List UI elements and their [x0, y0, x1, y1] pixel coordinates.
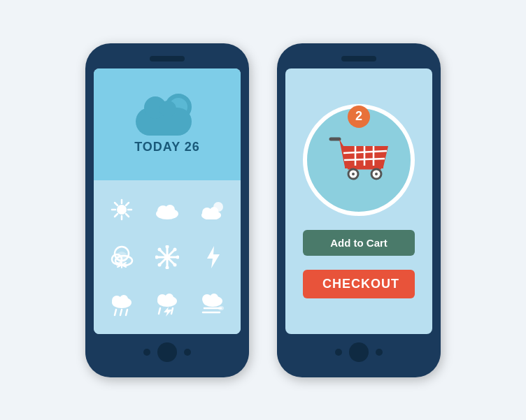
svg-point-30: [165, 266, 169, 269]
partly-cloudy-icon: [200, 200, 225, 219]
cart-phone-speaker: [341, 56, 376, 61]
cart-phone: 2: [277, 43, 441, 377]
phone-dot-small: [143, 349, 150, 356]
svg-point-40: [120, 295, 128, 303]
svg-point-55: [218, 306, 224, 310]
svg-point-0: [117, 205, 127, 215]
phone-speaker: [150, 56, 185, 61]
cart-phone-bottom: [335, 342, 383, 362]
svg-point-15: [210, 207, 218, 215]
weather-cell-snow-light: [99, 233, 145, 281]
cloud-grid-icon: [155, 200, 180, 219]
weather-screen: TODAY 26: [94, 68, 241, 334]
cloud-icon: [136, 108, 192, 136]
weather-cell-sun: [99, 186, 145, 233]
cart-phone-dot-small: [335, 349, 342, 356]
svg-point-46: [165, 294, 173, 302]
snow-light-icon: [110, 245, 134, 269]
weather-cell-lightning: [190, 233, 235, 281]
svg-line-43: [126, 310, 127, 315]
snowflake-icon: [155, 245, 179, 269]
svg-line-6: [126, 214, 129, 217]
shopping-cart-icon: [324, 132, 394, 188]
svg-point-29: [165, 245, 169, 249]
svg-point-34: [173, 263, 176, 266]
lightning-icon: [204, 245, 221, 270]
checkout-button[interactable]: CHECKOUT: [303, 270, 415, 298]
cart-phone-dot-small-2: [376, 349, 383, 356]
phone-dot-small-2: [184, 349, 191, 356]
weather-cell-rain: [99, 281, 145, 328]
svg-marker-49: [164, 307, 172, 317]
rain-icon: [109, 293, 134, 317]
main-weather-icon: [136, 94, 199, 136]
weather-top-section: TODAY 26: [94, 68, 241, 180]
svg-point-28: [164, 254, 170, 260]
cart-screen: 2: [285, 68, 432, 334]
svg-line-8: [115, 214, 118, 217]
svg-point-33: [157, 247, 161, 251]
cart-circle: 2: [303, 104, 415, 216]
weather-cell-partly-cloudy: [190, 186, 235, 233]
svg-line-41: [115, 310, 116, 315]
sun-grid-icon: [111, 198, 133, 221]
weather-grid: [94, 180, 241, 334]
svg-point-19: [116, 252, 127, 263]
svg-point-66: [352, 173, 355, 175]
svg-line-47: [159, 308, 160, 314]
weather-cell-snowflake: [145, 233, 190, 281]
cart-badge: 2: [348, 106, 370, 128]
svg-point-35: [173, 247, 176, 251]
svg-point-31: [155, 255, 159, 259]
windy-icon: [200, 293, 225, 317]
today-label: TODAY 26: [134, 140, 200, 154]
weather-cell-cloud: [145, 186, 190, 233]
weather-phone: TODAY 26: [85, 43, 249, 377]
svg-point-52: [210, 294, 218, 302]
phone-dot-large: [157, 342, 177, 362]
weather-cell-windy: [190, 281, 235, 328]
svg-line-42: [120, 310, 122, 315]
storm-icon: [155, 293, 180, 317]
add-to-cart-button[interactable]: Add to Cart: [303, 230, 415, 256]
svg-marker-37: [207, 246, 220, 268]
svg-line-7: [126, 203, 129, 205]
svg-point-36: [157, 263, 161, 266]
svg-line-5: [115, 203, 118, 205]
weather-cell-storm: [145, 281, 190, 328]
svg-point-32: [176, 255, 179, 259]
weather-phone-bottom: [143, 342, 191, 362]
svg-point-67: [375, 173, 378, 175]
svg-point-11: [165, 205, 175, 215]
svg-line-48: [171, 308, 173, 314]
cart-phone-dot-large: [349, 342, 369, 362]
